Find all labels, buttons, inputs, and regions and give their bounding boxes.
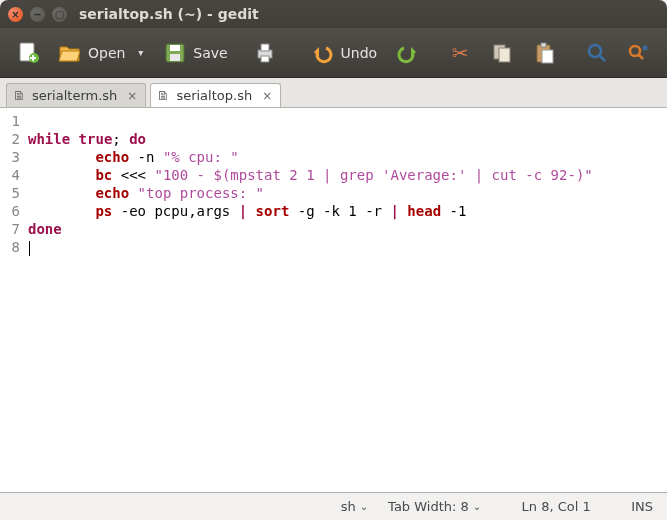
window-title: serialtop.sh (~) - gedit (79, 6, 259, 22)
tab-label: serialtop.sh (176, 88, 252, 103)
cut-button[interactable]: ✂ (440, 36, 480, 70)
undo-label: Undo (341, 45, 378, 61)
save-label: Save (193, 45, 227, 61)
open-dropdown[interactable]: ▾ (135, 42, 146, 63)
editor-area[interactable]: 1 2 3 4 5 6 7 8 while true; do echo -n "… (0, 108, 667, 492)
close-icon[interactable]: × (262, 89, 272, 103)
tabwidth-label: Tab Width: 8 (388, 499, 469, 514)
svg-rect-9 (499, 48, 510, 62)
floppy-save-icon (163, 41, 187, 65)
svg-rect-6 (261, 44, 269, 51)
document-icon: 🗎 (13, 88, 26, 103)
paste-button[interactable] (524, 36, 564, 70)
window-controls: × ‒ ▢ (8, 7, 67, 22)
close-icon[interactable]: × (127, 89, 137, 103)
copy-icon (490, 41, 514, 65)
position-label: Ln 8, Col 1 (522, 499, 591, 514)
line-gutter: 1 2 3 4 5 6 7 8 (0, 108, 24, 492)
text-cursor (29, 241, 30, 256)
statusbar: sh ⌄ Tab Width: 8 ⌄ Ln 8, Col 1 INS (0, 492, 667, 520)
new-file-button[interactable] (8, 36, 48, 70)
tabstrip: 🗎 serialterm.sh × 🗎 serialtop.sh × (0, 78, 667, 108)
document-icon: 🗎 (157, 88, 170, 103)
line-number: 6 (0, 202, 20, 220)
code-line: echo "top process: " (28, 184, 659, 202)
find-button[interactable] (577, 36, 617, 70)
folder-open-icon (58, 41, 82, 65)
scissors-icon: ✂ (448, 41, 472, 65)
line-number: 3 (0, 148, 20, 166)
chevron-down-icon: ⌄ (473, 501, 481, 512)
tab-serialtop[interactable]: 🗎 serialtop.sh × (150, 83, 281, 107)
tab-serialterm[interactable]: 🗎 serialterm.sh × (6, 83, 146, 107)
svg-rect-11 (541, 43, 546, 47)
printer-icon (253, 41, 277, 65)
svg-rect-7 (261, 56, 269, 62)
undo-icon (311, 41, 335, 65)
open-label: Open (88, 45, 125, 61)
code-line: ps -eo pcpu,args | sort -g -k 1 -r | hea… (28, 202, 659, 220)
line-number: 8 (0, 238, 20, 256)
language-selector[interactable]: sh ⌄ (341, 499, 368, 514)
svg-point-13 (589, 45, 601, 57)
main-toolbar: Open ▾ Save Undo ✂ (0, 28, 667, 78)
line-number: 7 (0, 220, 20, 238)
titlebar: × ‒ ▢ serialtop.sh (~) - gedit (0, 0, 667, 28)
svg-rect-12 (542, 50, 553, 63)
code-line: bc <<< "100 - $(mpstat 2 1 | grep 'Avera… (28, 166, 659, 184)
code-line (28, 112, 659, 130)
line-number: 4 (0, 166, 20, 184)
print-button[interactable] (245, 36, 285, 70)
line-number: 5 (0, 184, 20, 202)
maximize-icon[interactable]: ▢ (52, 7, 67, 22)
code-line (28, 238, 659, 256)
minimize-icon[interactable]: ‒ (30, 7, 45, 22)
code-line: done (28, 220, 659, 238)
svg-point-14 (630, 46, 640, 56)
copy-button[interactable] (482, 36, 522, 70)
find-replace-button[interactable] (619, 36, 659, 70)
redo-button[interactable] (387, 36, 427, 70)
line-number: 1 (0, 112, 20, 130)
new-file-icon (16, 41, 40, 65)
chevron-down-icon: ▾ (138, 47, 143, 58)
code-line: echo -n "% cpu: " (28, 148, 659, 166)
undo-button[interactable]: Undo (303, 36, 386, 70)
svg-rect-4 (170, 54, 180, 61)
search-icon (585, 41, 609, 65)
close-icon[interactable]: × (8, 7, 23, 22)
insert-mode[interactable]: INS (631, 499, 653, 514)
chevron-down-icon: ⌄ (360, 501, 368, 512)
svg-rect-3 (170, 45, 180, 51)
redo-icon (395, 41, 419, 65)
line-number: 2 (0, 130, 20, 148)
language-label: sh (341, 499, 356, 514)
code-line: while true; do (28, 130, 659, 148)
clipboard-icon (532, 41, 556, 65)
tab-label: serialterm.sh (32, 88, 117, 103)
cursor-position: Ln 8, Col 1 (501, 499, 611, 514)
open-button[interactable]: Open (50, 36, 133, 70)
tabwidth-selector[interactable]: Tab Width: 8 ⌄ (388, 499, 481, 514)
mode-label: INS (631, 499, 653, 514)
code-area[interactable]: while true; do echo -n "% cpu: " bc <<< … (24, 108, 667, 492)
search-replace-icon (627, 41, 651, 65)
save-button[interactable]: Save (155, 36, 235, 70)
